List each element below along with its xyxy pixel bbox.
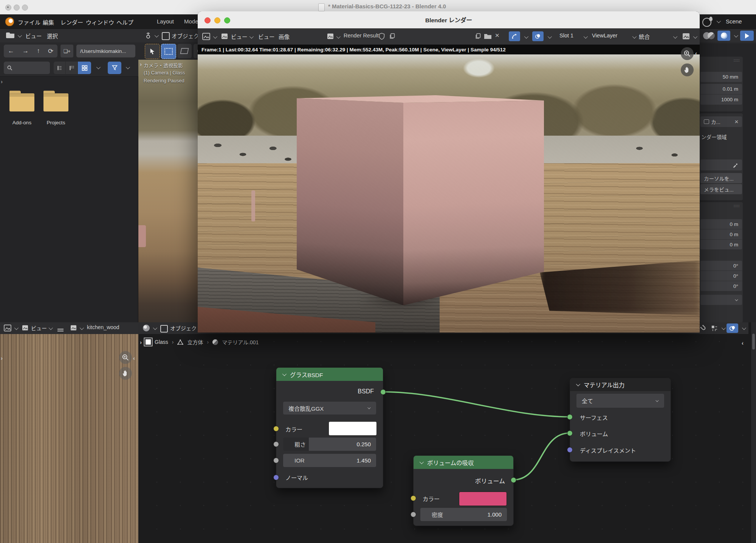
node-editor-mode-label[interactable]: オブジェク [170, 324, 197, 332]
normal-input-socket[interactable] [273, 475, 279, 480]
breadcrumb-mesh[interactable]: 立方体 [187, 338, 203, 346]
display-channels-button[interactable] [532, 31, 544, 41]
render-pass-selector[interactable]: 統合 [639, 32, 650, 40]
color-input-socket[interactable] [411, 495, 416, 501]
folder-item-projects-label[interactable]: Projects [34, 120, 78, 125]
new-folder-button[interactable]: ❏+ [60, 45, 73, 57]
panel-grip[interactable]: ∷∷ [734, 204, 740, 209]
overlay-toggle-button[interactable] [727, 323, 738, 333]
volume-output-socket[interactable] [511, 477, 516, 483]
shading-material-icon[interactable] [708, 32, 715, 39]
editor-type-image-icon[interactable] [202, 33, 210, 40]
scene-chevron-icon[interactable] [717, 19, 721, 23]
render-region-label[interactable]: ンダー領域 [701, 133, 727, 141]
mode-chevron-icon[interactable] [249, 34, 254, 39]
editor-type-chevron-icon[interactable] [155, 33, 159, 37]
render-zoom-in-button[interactable] [681, 47, 694, 60]
menu-render[interactable]: レンダー [60, 18, 83, 26]
bsdf-output-socket[interactable] [380, 389, 386, 395]
material-output-node-header[interactable]: マテリアル出力 [570, 378, 671, 391]
rotation-x-field[interactable]: 0° [700, 261, 742, 271]
scene-selector[interactable]: Scene [726, 18, 742, 25]
render-window[interactable]: Blender レンダー ビュー ビュー 画像 Render Result ✕ [198, 11, 700, 333]
file-browser-menu-select[interactable]: 選択 [47, 32, 58, 40]
new-image-icon[interactable] [475, 33, 481, 39]
mode-chevron-icon[interactable] [49, 326, 53, 330]
menu-file[interactable]: ファイル [18, 18, 40, 26]
breadcrumb-toggle[interactable]: › [140, 339, 142, 345]
duplicate-icon[interactable] [389, 33, 395, 39]
pin-toggle-button[interactable] [509, 31, 520, 41]
target-dropdown[interactable]: 全て [576, 394, 664, 408]
render-result-label[interactable]: Render Result [344, 32, 379, 39]
refresh-icon[interactable]: ⟳ [48, 47, 53, 55]
rotation-z-field[interactable]: 0° [700, 281, 742, 291]
image-settings-chevron-icon[interactable] [693, 34, 697, 39]
image-editor-right-toggle[interactable]: ‹ [133, 355, 135, 361]
volume-absorption-node-header[interactable]: ボリュームの吸収 [414, 456, 513, 469]
file-browser-menu-view[interactable]: ビュー [25, 32, 42, 40]
ior-input-socket[interactable] [273, 458, 279, 463]
collapse-chevron-icon[interactable] [282, 371, 287, 376]
volume-absorption-node[interactable]: ボリュームの吸収 ボリューム カラー 密度 1.000 [413, 455, 514, 526]
image-name-label[interactable]: kitchen_wood [87, 324, 119, 330]
editor-type-image-icon[interactable] [4, 325, 11, 331]
slot-chevron-icon[interactable] [584, 34, 588, 39]
tool-tweak-button[interactable] [145, 44, 160, 59]
overlay-chevron-icon[interactable] [742, 326, 746, 330]
pin-chevron-icon[interactable] [524, 34, 528, 39]
tool-select-box-button[interactable] [161, 44, 176, 59]
panel-grip[interactable]: ∷∷ [734, 58, 740, 63]
camera-to-view-button[interactable]: メラをビュ... [700, 184, 742, 194]
display-vertical-list-button[interactable] [54, 62, 65, 74]
breadcrumb-material[interactable]: マテリアル.001 [222, 338, 259, 346]
displacement-input-socket[interactable] [567, 447, 573, 453]
render-sidebar-toggle[interactable]: ‹ [695, 50, 697, 56]
workspace-tab-modeling[interactable]: Mode [184, 18, 198, 25]
viewport-toolbar-toggle[interactable]: › [140, 61, 142, 67]
roughness-input-socket[interactable] [273, 441, 279, 447]
display-horizontal-list-button[interactable] [66, 62, 77, 74]
menu-help[interactable]: ヘルプ [116, 18, 133, 26]
distribution-dropdown[interactable]: 複合散乱GGX [283, 402, 376, 415]
collapse-chevron-icon[interactable] [576, 382, 580, 386]
folder-item-addons-icon[interactable] [9, 93, 34, 111]
channels-chevron-icon[interactable] [548, 34, 552, 39]
density-input-socket[interactable] [411, 512, 416, 517]
render-window-titlebar[interactable]: Blender レンダー [198, 11, 700, 28]
glass-color-swatch[interactable] [328, 421, 377, 436]
filter-button[interactable] [108, 62, 121, 74]
render-play-button[interactable] [740, 31, 754, 41]
menu-view[interactable]: ビュー [258, 32, 275, 40]
rotation-y-field[interactable]: 0° [700, 271, 742, 281]
material-output-node[interactable]: マテリアル出力 全て サーフェス ボリューム ディスプレイスメント [570, 378, 671, 462]
surface-input-socket[interactable] [567, 414, 573, 420]
folder-item-projects-icon[interactable] [43, 93, 68, 111]
snap-target-icon[interactable] [711, 325, 718, 332]
display-mode-chevron-icon[interactable] [96, 65, 101, 69]
focal-length-field[interactable]: 50 mm [700, 72, 742, 82]
snap-chevron-icon[interactable] [722, 326, 726, 330]
editor-type-chevron-icon[interactable] [18, 33, 22, 37]
back-arrow-icon[interactable]: ← [8, 47, 14, 55]
editor-type-chevron-icon[interactable] [153, 326, 157, 330]
image-editor-left-toggle[interactable]: › [1, 355, 3, 361]
clip-end-field[interactable]: 1000 m [700, 94, 742, 105]
workspace-tab-layout[interactable]: Layout [157, 18, 174, 25]
breadcrumb-object[interactable]: Glass [155, 339, 168, 345]
open-folder-icon[interactable] [484, 34, 491, 39]
up-arrow-icon[interactable]: ↑ [37, 47, 40, 55]
glass-bsdf-node-header[interactable]: グラスBSDF [276, 368, 383, 381]
ior-slider[interactable]: IOR 1.450 [283, 454, 376, 467]
blender-logo-icon[interactable] [5, 17, 14, 26]
zoom-in-button[interactable] [119, 351, 132, 364]
image-datablock-chevron-icon[interactable] [336, 34, 341, 39]
fake-user-shield-icon[interactable] [378, 33, 385, 40]
collapse-chevron-icon[interactable] [420, 459, 424, 464]
scrollbar-thumb[interactable] [752, 334, 755, 350]
node-editor-sidebar-toggle[interactable]: ‹ [742, 340, 744, 346]
render-pass-chevron-icon[interactable] [673, 34, 677, 39]
editor-type-chevron-icon[interactable] [14, 326, 19, 330]
location-z-field[interactable]: 0 m [700, 240, 742, 249]
macos-minimize-button[interactable] [14, 5, 20, 11]
